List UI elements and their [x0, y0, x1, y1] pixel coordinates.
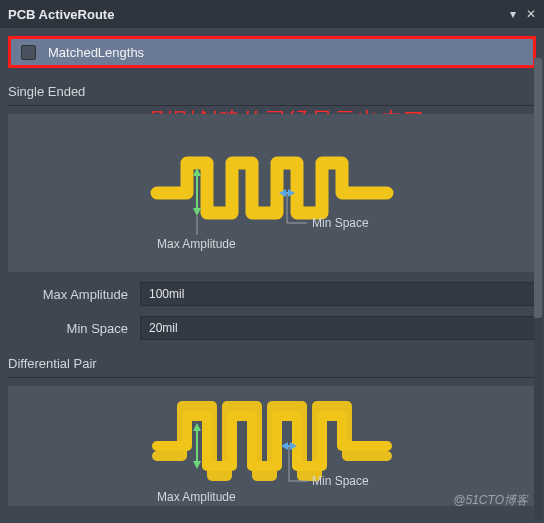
- svg-marker-11: [193, 461, 201, 469]
- input-min-space[interactable]: [140, 316, 536, 340]
- serpentine-diagram: Max Amplitude Min Space: [132, 123, 412, 263]
- titlebar: PCB ActiveRoute ▾ ✕: [0, 0, 544, 28]
- panel-title: PCB ActiveRoute: [8, 7, 114, 22]
- label-max-amplitude: Max Amplitude: [8, 287, 132, 302]
- rule-row-matchedlengths[interactable]: MatchedLengths: [8, 36, 536, 68]
- diagram-differential-pair: Max Amplitude Min Space: [8, 386, 536, 506]
- diagram-single-ended: Max Amplitude Min Space: [8, 114, 536, 272]
- close-icon[interactable]: ✕: [526, 8, 536, 20]
- diagram2-max-amp-label: Max Amplitude: [157, 490, 236, 504]
- panel-content: MatchedLengths 刚刚创建的已经显示出来了 Single Ended…: [0, 28, 544, 523]
- svg-marker-10: [193, 423, 201, 431]
- section-heading-differential: Differential Pair: [8, 356, 536, 371]
- svg-marker-13: [281, 442, 288, 450]
- label-min-space: Min Space: [8, 321, 132, 336]
- diagram-min-space-label: Min Space: [312, 216, 369, 230]
- scrollbar-thumb[interactable]: [534, 58, 542, 318]
- titlebar-controls: ▾ ✕: [510, 8, 536, 20]
- diagram2-min-space-label: Min Space: [312, 474, 369, 488]
- divider: [8, 105, 536, 106]
- rule-checkbox[interactable]: [21, 45, 36, 60]
- row-min-space: Min Space: [8, 316, 536, 340]
- diagram-max-amp-label: Max Amplitude: [157, 237, 236, 251]
- serpentine-diagram-diff: Max Amplitude Min Space: [132, 376, 412, 516]
- input-max-amplitude[interactable]: [140, 282, 536, 306]
- section-heading-single: Single Ended: [8, 84, 536, 99]
- row-max-amplitude: Max Amplitude: [8, 282, 536, 306]
- vertical-scrollbar[interactable]: [534, 58, 542, 521]
- rule-label: MatchedLengths: [48, 45, 144, 60]
- dropdown-icon[interactable]: ▾: [510, 8, 516, 20]
- svg-marker-2: [193, 208, 201, 216]
